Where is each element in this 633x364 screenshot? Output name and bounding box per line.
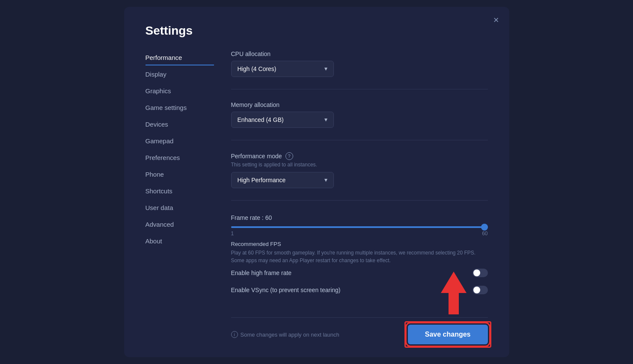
footer-note: i Some changes will apply on next launch xyxy=(231,331,339,338)
high-frame-rate-toggle-knob xyxy=(473,269,480,276)
settings-modal: × Settings Performance Display Graphics … xyxy=(124,7,509,357)
performance-mode-label: Performance mode xyxy=(231,153,282,160)
performance-mode-wrapper: Balanced High Performance Custom ▼ xyxy=(231,172,334,188)
performance-mode-header: Performance mode ? xyxy=(231,152,488,160)
performance-mode-select[interactable]: Balanced High Performance Custom xyxy=(231,172,334,188)
cpu-allocation-section: CPU allocation Low (1 Core) Medium (2 Co… xyxy=(231,50,488,77)
sidebar-item-shortcuts[interactable]: Shortcuts xyxy=(146,184,214,199)
frame-rate-section: Frame rate : 60 1 60 Recommended FPS Pla… xyxy=(231,214,488,299)
divider-3 xyxy=(231,200,488,201)
vsync-row: Enable VSync (to prevent screen tearing) xyxy=(231,281,488,299)
help-icon[interactable]: ? xyxy=(285,152,293,160)
high-frame-rate-label: Enable high frame rate xyxy=(231,269,292,276)
sidebar-item-devices[interactable]: Devices xyxy=(146,117,214,132)
performance-mode-description: This setting is applied to all instances… xyxy=(231,162,488,168)
divider-1 xyxy=(231,89,488,89)
slider-fill xyxy=(231,226,488,228)
save-area: Save changes xyxy=(408,325,488,344)
recommended-fps-title: Recommended FPS xyxy=(231,241,488,247)
divider-2 xyxy=(231,140,488,140)
frame-rate-label: Frame rate : 60 xyxy=(231,214,488,221)
sidebar-item-preferences[interactable]: Preferences xyxy=(146,151,214,166)
sidebar-item-about[interactable]: About xyxy=(146,234,214,249)
memory-allocation-select[interactable]: Low (1 GB) Medium (2 GB) Enhanced (4 GB)… xyxy=(231,112,334,128)
vsync-label: Enable VSync (to prevent screen tearing) xyxy=(231,287,341,293)
performance-mode-section: Performance mode ? This setting is appli… xyxy=(231,152,488,188)
sidebar-item-advanced[interactable]: Advanced xyxy=(146,217,214,232)
memory-allocation-label: Memory allocation xyxy=(231,101,488,108)
cpu-allocation-wrapper: Low (1 Core) Medium (2 Cores) High (4 Co… xyxy=(231,61,334,77)
cpu-allocation-select[interactable]: Low (1 Core) Medium (2 Cores) High (4 Co… xyxy=(231,61,334,77)
sidebar-item-user-data[interactable]: User data xyxy=(146,201,214,216)
settings-content: CPU allocation Low (1 Core) Medium (2 Co… xyxy=(231,50,488,344)
modal-body: Performance Display Graphics Game settin… xyxy=(146,50,488,344)
save-changes-button[interactable]: Save changes xyxy=(408,325,488,344)
sidebar-item-gamepad[interactable]: Gamepad xyxy=(146,134,214,149)
slider-range: 1 60 xyxy=(231,231,488,237)
cpu-allocation-label: CPU allocation xyxy=(231,50,488,57)
slider-track xyxy=(231,226,488,228)
sidebar-item-graphics[interactable]: Graphics xyxy=(146,84,214,99)
sidebar-item-performance[interactable]: Performance xyxy=(146,50,214,65)
sidebar-item-phone[interactable]: Phone xyxy=(146,167,214,182)
footer: i Some changes will apply on next launch… xyxy=(231,317,488,344)
slider-max: 60 xyxy=(482,231,487,237)
high-frame-rate-row: Enable high frame rate xyxy=(231,264,488,281)
sidebar: Performance Display Graphics Game settin… xyxy=(146,50,214,344)
close-button[interactable]: × xyxy=(493,15,499,25)
modal-title: Settings xyxy=(146,24,488,38)
vsync-toggle[interactable] xyxy=(473,286,488,294)
info-icon: i xyxy=(231,331,238,338)
high-frame-rate-toggle[interactable] xyxy=(473,269,488,277)
memory-allocation-wrapper: Low (1 GB) Medium (2 GB) Enhanced (4 GB)… xyxy=(231,112,334,128)
sidebar-item-display[interactable]: Display xyxy=(146,67,214,82)
memory-allocation-section: Memory allocation Low (1 GB) Medium (2 G… xyxy=(231,101,488,128)
frame-rate-slider-container xyxy=(231,226,488,228)
vsync-toggle-knob xyxy=(473,287,480,293)
slider-min: 1 xyxy=(231,231,234,237)
sidebar-item-game-settings[interactable]: Game settings xyxy=(146,101,214,115)
slider-thumb[interactable] xyxy=(481,224,488,231)
recommended-fps-description: Play at 60 FPS for smooth gameplay. If y… xyxy=(231,249,479,264)
footer-note-text: Some changes will apply on next launch xyxy=(241,331,339,338)
